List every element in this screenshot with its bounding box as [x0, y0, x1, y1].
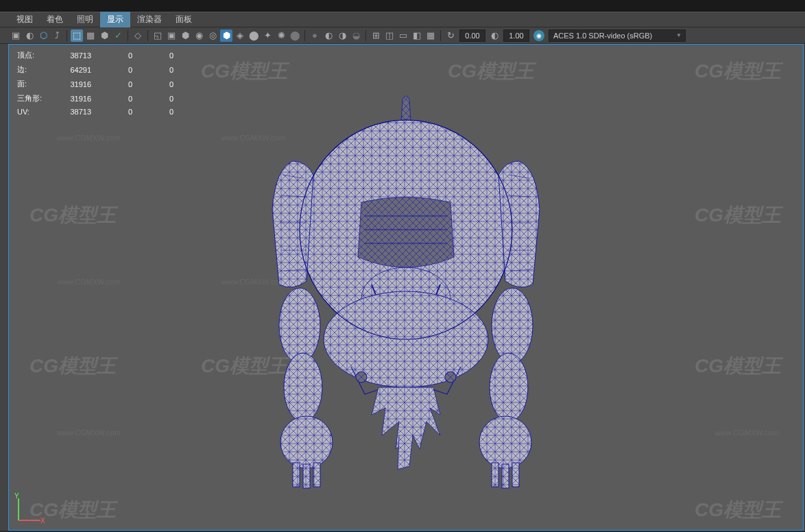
shadow-icon[interactable]: ⬤ — [248, 29, 260, 42]
ao-icon[interactable]: ✦ — [261, 29, 274, 42]
watermark-logo: CG模型王 — [695, 202, 781, 228]
3d-model-wireframe — [228, 86, 584, 524]
svg-point-15 — [479, 416, 531, 468]
safe-icon[interactable]: ◧ — [411, 29, 423, 42]
svg-point-5 — [356, 372, 367, 383]
sphere2-icon[interactable]: ◐ — [322, 29, 335, 42]
svg-point-8 — [284, 353, 322, 422]
camera-icon[interactable]: ▣ — [10, 29, 22, 42]
separator — [365, 30, 366, 41]
svg-rect-18 — [512, 463, 519, 487]
refresh-icon[interactable]: ↻ — [444, 29, 457, 42]
svg-point-13 — [492, 288, 533, 363]
sphere1-icon[interactable]: ● — [309, 29, 321, 42]
viewport[interactable]: 顶点:3871300 边:6429100 面:3191600 三角形:31916… — [8, 44, 804, 531]
gamma-field[interactable]: 1.00 — [503, 29, 529, 42]
menu-renderer[interactable]: 渲染器 — [130, 12, 169, 27]
svg-point-9 — [280, 416, 333, 468]
light-icon[interactable]: ◈ — [234, 29, 246, 42]
shade-icon[interactable]: ✓ — [112, 29, 124, 42]
textured-icon[interactable]: ◎ — [206, 29, 219, 42]
display-icon[interactable]: ⬡ — [37, 29, 49, 42]
isolate-icon[interactable]: ◱ — [152, 29, 164, 42]
shaded-icon[interactable]: ⬢ — [179, 29, 191, 42]
sphere4-icon[interactable]: ◒ — [350, 29, 362, 42]
exposure-field[interactable]: 0.00 — [459, 29, 485, 42]
watermark-logo: CG模型王 — [201, 58, 287, 84]
menu-view[interactable]: 视图 — [10, 12, 40, 27]
svg-point-6 — [445, 372, 456, 383]
grid-icon[interactable]: ▦ — [84, 29, 97, 42]
svg-rect-10 — [293, 463, 300, 487]
smooth-icon[interactable]: ◉ — [193, 29, 205, 42]
motion-icon[interactable]: ✺ — [275, 29, 287, 42]
select-tool-icon[interactable]: ⬚ — [71, 29, 83, 42]
svg-rect-16 — [492, 463, 498, 487]
watermark-url: www.CGMXW.com — [57, 134, 121, 142]
svg-rect-17 — [502, 464, 509, 488]
stats-hud: 顶点:3871300 边:6429100 面:3191600 三角形:31916… — [12, 47, 179, 119]
svg-text:Y: Y — [14, 493, 19, 500]
mask-icon[interactable]: ▦ — [424, 29, 437, 42]
watermark-logo: CG模型王 — [448, 58, 534, 84]
axis-gizmo: Y X — [12, 493, 46, 527]
separator — [440, 30, 441, 41]
watermark-logo: CG模型王 — [29, 353, 116, 379]
watermark-url: www.CGMXW.com — [57, 278, 121, 286]
sphere3-icon[interactable]: ◑ — [336, 29, 348, 42]
resolution-icon[interactable]: ⊞ — [370, 29, 382, 42]
film-icon[interactable]: ▭ — [397, 29, 409, 42]
watermark-logo: CG模型王 — [695, 353, 781, 379]
separator — [147, 30, 148, 41]
svg-rect-11 — [303, 464, 310, 488]
svg-point-14 — [490, 353, 528, 422]
title-bar — [0, 0, 805, 12]
svg-point-7 — [279, 288, 320, 363]
arrow-icon[interactable]: ⤴ — [51, 29, 63, 42]
watermark-logo: CG模型王 — [695, 58, 781, 84]
menu-lighting[interactable]: 照明 — [70, 12, 100, 27]
toolbar: ▣ ◐ ⬡ ⤴ ⬚ ▦ ⬢ ✓ ◇ ◱ ▣ ⬢ ◉ ◎ ⬢ ◈ ⬤ ✦ ✺ ⬤ … — [0, 27, 805, 44]
menu-display[interactable]: 显示 — [100, 12, 130, 27]
watermark-logo: CG模型王 — [695, 497, 781, 523]
watermark-url: www.CGMXW.com — [715, 428, 779, 437]
wire-on-shaded-icon[interactable]: ⬢ — [220, 29, 232, 42]
watermark-logo: CG模型王 — [29, 202, 116, 228]
colorspace-select[interactable]: ACES 1.0 SDR-video (sRGB) — [549, 29, 686, 42]
gate-icon[interactable]: ◫ — [383, 29, 396, 42]
menu-bar: 视图 着色 照明 显示 渲染器 面板 — [0, 12, 805, 27]
svg-rect-12 — [313, 463, 320, 487]
menu-shading[interactable]: 着色 — [40, 12, 70, 27]
bookmark-icon[interactable]: ◐ — [23, 29, 36, 42]
separator — [128, 30, 128, 41]
wireframe-icon[interactable]: ⬢ — [98, 29, 110, 42]
separator — [67, 30, 67, 41]
separator — [304, 30, 305, 41]
gamma-icon[interactable]: ◐ — [488, 29, 501, 42]
xray-icon[interactable]: ▣ — [165, 29, 178, 42]
ghost-icon[interactable]: ◇ — [132, 29, 144, 42]
menu-panels[interactable]: 面板 — [169, 12, 199, 27]
colorspace-icon[interactable]: ◉ — [533, 30, 544, 41]
watermark-url: www.CGMXW.com — [57, 428, 121, 437]
fog-icon[interactable]: ⬤ — [289, 29, 301, 42]
svg-text:X: X — [40, 517, 45, 524]
